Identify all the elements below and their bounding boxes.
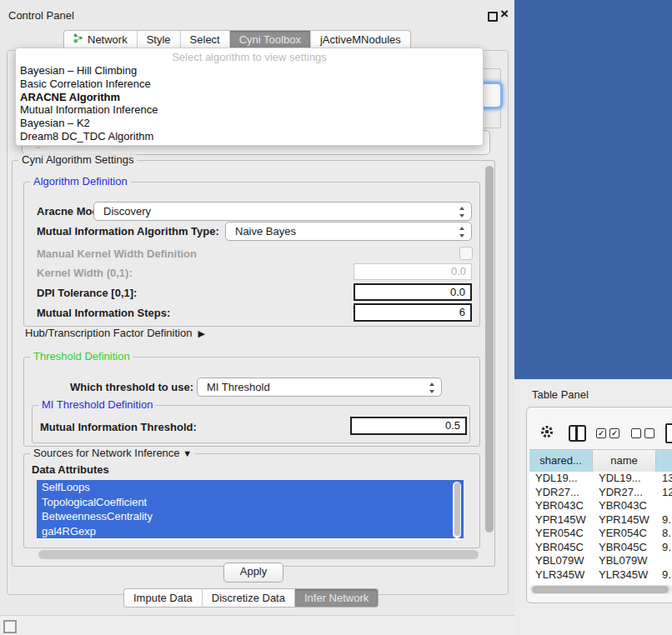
table-row[interactable]: YBL079W YBL079W [529,554,672,568]
combo-stepper-icon [459,206,465,218]
algorithm-placeholder: Select algorithm to view settings [16,50,483,64]
column-header[interactable]: shared... [529,450,593,472]
manual-kernel-checkbox[interactable] [459,247,473,260]
table-row[interactable]: YPR145W YPR145W 9. [529,513,672,528]
algorithm-option[interactable]: Bayesian – K2 [16,117,483,130]
combo-stepper-icon [459,226,465,238]
algorithm-option[interactable]: ARACNE Algorithm [16,91,483,104]
mi-type-label: Mutual Information Algorithm Type: [37,225,219,238]
document-icon[interactable] [665,423,672,443]
algorithm-option[interactable]: Basic Correlation Inference [16,78,483,91]
cell-value: 9. [656,513,672,528]
table-horizontal-scrollbar[interactable] [530,585,672,594]
algorithm-options-list: Bayesian – Hill Climbing Basic Correlati… [16,64,483,143]
manual-kernel-label: Manual Kernel Width Definition [37,248,197,260]
settings-horizontal-scrollbar[interactable] [38,550,479,559]
sources-group-title[interactable]: Sources for Network Inference ▼ [30,447,195,459]
tab[interactable]: Style [137,30,180,49]
which-threshold-combo[interactable]: MI Threshold [197,378,442,397]
which-threshold-label: Which threshold to use: [70,381,193,393]
table-row[interactable]: YBR043C YBR043C [529,499,672,513]
tab[interactable]: Infer Network [294,588,379,608]
aracne-mode-combo[interactable]: Discovery [93,202,472,221]
collapsed-panel-icon[interactable] [3,620,17,633]
select-all-checked-icon[interactable]: ✓ ✓ [596,428,619,438]
tab-label: Discretize Data [212,592,285,604]
desktop-background: GALGAL80GAL10GAL1GAL11SWI4GAL4GCY1HAP4YH… [514,0,672,379]
scrollbar-thumb[interactable] [532,586,669,593]
cell-shared-name: YBL079W [529,554,593,568]
algorithm-definition-title: Algorithm Definition [30,175,131,188]
column-layout-icon[interactable] [569,425,586,442]
cell-value: 9. [656,568,672,582]
expand-right-icon[interactable]: ▶ [198,328,204,338]
sources-title-text: Sources for Network Inference [33,447,180,459]
cell-value: 13 [656,472,672,486]
settings-scrollbar[interactable] [484,163,494,545]
threshold-definition-title: Threshold Definition [30,350,133,362]
cell-value: 8. [656,527,672,541]
cell-name: YIL052C [593,582,656,584]
algorithm-option[interactable]: Mutual Information Inference [16,103,483,117]
column-header[interactable]: name [593,450,656,472]
tab-label: Impute Data [133,592,193,604]
dpi-tolerance-label: DPI Tolerance [0,1]: [37,287,137,299]
unchecked-box-icon [631,428,641,438]
tab[interactable]: Impute Data [123,588,202,608]
algorithm-option[interactable]: Dream8 DC_TDC Algorithm [16,130,483,143]
table-header-row: shared... name [529,449,672,472]
screen: Control Panel × Network Style Select [0,0,672,635]
data-attribute-item[interactable]: TopologicalCoefficient [37,495,464,510]
combo-stepper-icon [429,382,435,394]
algorithm-select-popup: Select algorithm to view settings Bayesi… [15,48,484,146]
mi-steps-field[interactable]: 6 [354,303,472,322]
cell-name: YBR045C [593,541,656,555]
which-threshold-value: MI Threshold [207,381,270,393]
cell-shared-name: YDL19... [529,472,593,486]
dpi-tolerance-field[interactable]: 0.0 [354,283,472,301]
table-body: YDL19... YDL19... 13 YDR27... YDR27... 1… [529,472,672,584]
kernel-width-field[interactable]: 0.0 [354,263,472,280]
bottom-tabbar: Impute Data Discretize Data Infer Networ… [123,588,379,608]
mi-threshold-field[interactable]: 0.5 [350,417,467,435]
settings-gear-icon[interactable] [539,424,554,439]
cell-value [656,499,672,513]
table-row[interactable]: YDL19... YDL19... 13 [529,472,672,486]
table-row[interactable]: YIL052C YIL052C 9 [529,582,672,584]
column-header[interactable] [656,450,672,472]
scrollbar-thumb[interactable] [485,166,494,532]
table-row[interactable]: YLR345W YLR345W 9. [529,568,672,582]
data-attribute-item[interactable]: BetweennessCentrality [37,509,464,524]
table-row[interactable]: YBR045C YBR045C 9. [529,541,672,555]
tab-label: Infer Network [304,592,369,604]
data-attributes-label: Data Attributes [32,463,109,476]
mi-type-combo[interactable]: Naive Bayes [225,222,472,241]
tab-label: Cyni Toolbox [239,33,301,46]
tab[interactable]: Select [180,30,229,49]
mi-threshold-group-title: MI Threshold Definition [38,398,156,411]
control-panel-tabbar: Network Style Select Cyni Toolbox [63,30,411,49]
network-icon [73,33,83,46]
data-attribute-item[interactable]: gal4RGexp [37,524,464,539]
float-window-icon[interactable] [488,12,498,22]
attributes-scrollbar[interactable] [453,482,461,538]
data-attribute-item[interactable]: SelfLoops [37,480,464,495]
apply-button[interactable]: Apply [223,562,283,582]
cell-name: YBL079W [593,554,656,568]
algorithm-option[interactable]: Bayesian – Hill Climbing [16,64,483,78]
hub-definition-expander[interactable]: Hub/Transcription Factor Definition▶ [25,327,205,339]
table-row[interactable]: YER054C YER054C 8. [529,527,672,541]
tab[interactable]: Cyni Toolbox [229,30,310,49]
mi-steps-label: Mutual Information Steps: [37,307,170,319]
tab[interactable]: Discretize Data [202,588,294,608]
close-icon[interactable]: × [500,6,509,22]
collapse-down-icon[interactable]: ▼ [183,448,192,458]
checked-box-icon: ✓ [596,428,606,438]
cell-name: YER054C [593,527,656,541]
tab[interactable]: jActiveMNodules [310,30,411,49]
tab[interactable]: Network [63,30,137,49]
scrollbar-thumb[interactable] [454,482,460,536]
tab-label: Style [147,33,171,46]
deselect-all-icon[interactable] [631,428,654,438]
table-row[interactable]: YDR27... YDR27... 12 [529,486,672,500]
